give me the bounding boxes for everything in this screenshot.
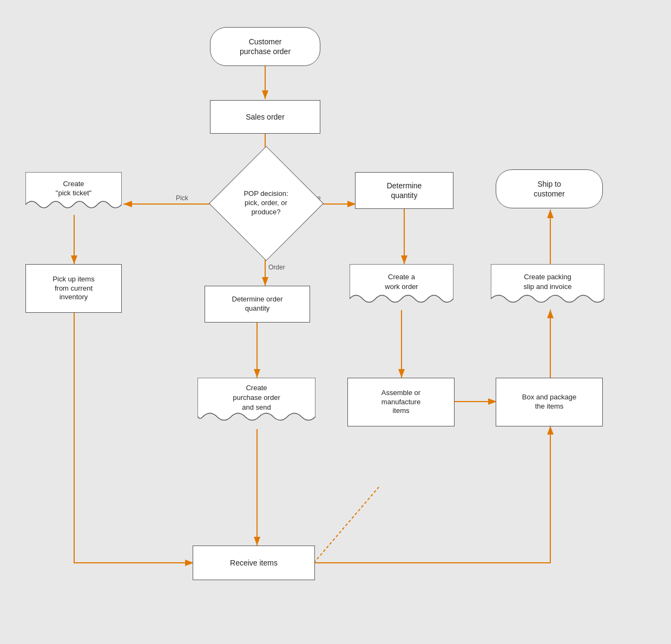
box-package-node: Box and packagethe items [496, 378, 603, 426]
create-purchase-order-label: Createpurchase orderand send [233, 383, 280, 413]
customer-purchase-order-node: Customer purchase order [210, 27, 320, 66]
create-purchase-order-node: Createpurchase orderand send [198, 378, 315, 430]
pick-ticket-label: Create"pick ticket" [56, 180, 91, 198]
determine-order-qty-label: Determine orderquantity [232, 295, 283, 313]
pick-up-items-node: Pick up items from current inventory [25, 264, 122, 313]
box-package-label: Box and packagethe items [522, 393, 576, 411]
assemble-items-node: Assemble ormanufactureitems [347, 378, 455, 426]
determine-order-qty-node: Determine orderquantity [205, 286, 310, 323]
svg-text:Pick: Pick [176, 194, 189, 202]
svg-text:Order: Order [268, 264, 285, 271]
sales-order-label: Sales order [246, 112, 285, 122]
ship-to-customer-label: Ship tocustomer [534, 179, 565, 199]
determine-qty-node: Determinequantity [355, 172, 453, 209]
pop-decision-label: POP decision:pick, order, orproduce? [241, 187, 291, 220]
flowchart-diagram: Pick Produce Order Custo [0, 0, 671, 644]
create-packing-slip-node: Create packingslip and invoice [491, 264, 604, 312]
determine-qty-label: Determinequantity [387, 181, 422, 200]
pop-decision-node: POP decision:pick, order, orproduce? [224, 161, 308, 245]
arrows-layer: Pick Produce Order [0, 0, 671, 644]
receive-items-node: Receive items [193, 546, 315, 580]
pick-up-items-label: Pick up items from current inventory [52, 275, 94, 303]
customer-po-label: Customer purchase order [240, 37, 291, 56]
receive-items-label: Receive items [230, 558, 278, 568]
sales-order-node: Sales order [210, 100, 320, 134]
create-packing-slip-label: Create packingslip and invoice [524, 272, 572, 292]
create-work-order-node: Create awork order [350, 264, 453, 312]
assemble-items-label: Assemble ormanufactureitems [381, 389, 420, 416]
pick-ticket-node: Create"pick ticket" [25, 172, 122, 215]
ship-to-customer-node: Ship tocustomer [496, 169, 603, 208]
create-work-order-label: Create awork order [385, 272, 418, 292]
